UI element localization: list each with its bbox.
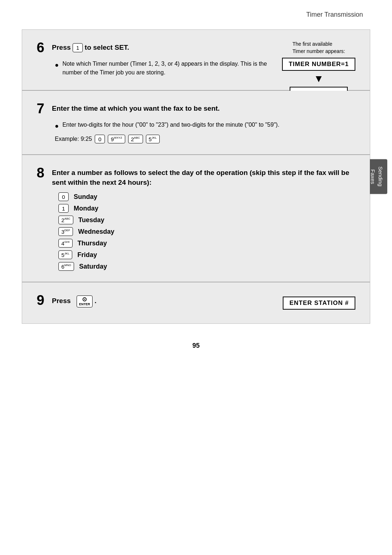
label-sunday: Sunday: [74, 193, 97, 201]
bullet-dot-7: ●: [55, 121, 59, 131]
section-7-bullets: ● Enter two-digits for the hour ("00" to…: [55, 121, 355, 131]
section-7: 7 Enter the time at which you want the f…: [22, 91, 370, 155]
sidebar-faxes: Faxes: [370, 169, 376, 184]
example-key-2: 2ABC: [128, 135, 143, 143]
step-9-press-label: Press: [52, 297, 71, 305]
arrow-down-icon: ▼: [314, 74, 324, 84]
key-saturday: 6MNO: [58, 262, 74, 271]
key-1: 1: [73, 43, 83, 52]
step-9-period: .: [94, 297, 96, 305]
section-6-bullets: ● Note which Timer number (Timer 1, 2, 3…: [55, 60, 275, 77]
day-wednesday: 3DEF Wednesday: [58, 227, 355, 236]
lcd-timer-number: TIMER NUMBER=1: [282, 58, 355, 71]
page-number: 95: [192, 342, 200, 349]
label-wednesday: Wednesday: [78, 228, 114, 236]
step-9-number: 9: [37, 293, 48, 307]
label-monday: Monday: [74, 205, 98, 212]
day-list: 0 Sunday 1 Monday 2ABC Tuesday 3DEF Wedn…: [58, 192, 355, 271]
key-tuesday: 2ABC: [58, 216, 73, 224]
side-text-line1: The first available: [293, 41, 345, 48]
enter-key: ⊙ ENTER: [77, 295, 93, 307]
step-6-title: Press 1 to select SET.: [52, 41, 129, 53]
section-6-bullet-1: ● Note which Timer number (Timer 1, 2, 3…: [55, 60, 275, 77]
day-tuesday: 2ABC Tuesday: [58, 216, 355, 224]
bullet-dot: ●: [55, 60, 59, 70]
key-sunday: 0: [58, 192, 69, 201]
day-friday: 5JKL Friday: [58, 250, 355, 259]
example-key-0: 0: [95, 135, 105, 143]
label-thursday: Thursday: [78, 240, 107, 247]
section-8: 8 Enter a number as follows to select th…: [22, 155, 370, 282]
lcd-enter-station: ENTER STATION #: [283, 297, 355, 310]
key-thursday: 4GHI: [58, 239, 73, 248]
sidebar-sending: Sending: [377, 167, 384, 187]
day-saturday: 6MNO Saturday: [58, 262, 355, 271]
day-sunday: 0 Sunday: [58, 192, 355, 201]
step-7-header: 7 Enter the time at which you want the f…: [37, 102, 355, 115]
example-row: Example: 9:25 0 9WXYZ 2ABC 5JKL: [55, 135, 355, 143]
step-8-title: Enter a number as follows to select the …: [52, 166, 355, 187]
example-key-5: 5JKL: [146, 135, 160, 143]
label-tuesday: Tuesday: [78, 216, 105, 224]
section-7-bullet-text: Enter two-digits for the hour ("00" to "…: [62, 121, 279, 129]
key-monday: 1: [58, 204, 69, 213]
section-7-bullet-1: ● Enter two-digits for the hour ("00" to…: [55, 121, 355, 131]
label-saturday: Saturday: [79, 263, 107, 270]
step-9-title: Press ⊙ ENTER .: [52, 293, 97, 307]
step-6-rest: to select SET.: [85, 44, 129, 51]
step-8-header: 8 Enter a number as follows to select th…: [37, 166, 355, 187]
section-6: 6 Press 1 to select SET. ● Note which Ti…: [22, 30, 370, 91]
side-text-line2: Timer number appears:: [293, 48, 345, 55]
enter-key-label: ENTER: [79, 302, 90, 306]
step-6-press-label: Press: [52, 44, 71, 51]
example-label: Example: 9:25: [55, 136, 92, 142]
page-footer: 95: [0, 331, 392, 360]
section-6-bullet-text: Note which Timer number (Timer 1, 2, 3, …: [62, 60, 275, 77]
step-7-title: Enter the time at which you want the fax…: [52, 102, 220, 114]
section-9: 9 Press ⊙ ENTER . ENTER STATION #: [22, 282, 370, 323]
side-text: The first available Timer number appears…: [293, 41, 345, 55]
header-title: Timer Transmission: [306, 11, 363, 18]
step-6-number: 6: [37, 41, 48, 54]
key-friday: 5JKL: [58, 250, 72, 259]
example-key-9: 9WXYZ: [108, 135, 125, 143]
section-9-lcd: ENTER STATION #: [283, 297, 355, 310]
step-6-header: 6 Press 1 to select SET.: [37, 41, 275, 54]
day-thursday: 4GHI Thursday: [58, 239, 355, 248]
main-content: Sending Faxes 3. 6 Press 1 to select SET…: [22, 29, 370, 324]
step-7-number: 7: [37, 102, 48, 115]
day-monday: 1 Monday: [58, 204, 355, 213]
step-8-number: 8: [37, 166, 48, 180]
label-friday: Friday: [77, 251, 97, 259]
page-header: Timer Transmission: [0, 0, 392, 22]
key-wednesday: 3DEF: [58, 227, 73, 236]
